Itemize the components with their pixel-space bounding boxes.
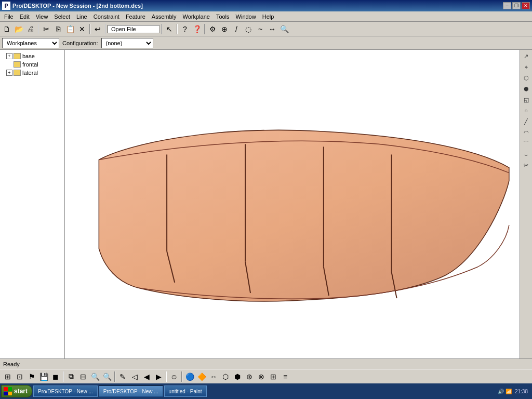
rt-rect-icon[interactable]: ◱ — [521, 95, 531, 105]
bt-zoom-out[interactable]: 🔍 — [101, 371, 113, 382]
line-button[interactable]: / — [231, 23, 242, 35]
bt-icon-15[interactable]: ↔ — [208, 371, 219, 382]
workplane-select[interactable]: Workplanes — [2, 38, 59, 48]
search-button[interactable]: 🔍 — [278, 23, 290, 35]
bt-icon-1[interactable]: ⊞ — [2, 371, 14, 382]
bt-icon-6[interactable]: ⧉ — [65, 371, 77, 382]
rt-arc-icon[interactable]: ◠ — [521, 127, 531, 138]
rt-curve-icon[interactable]: ⌣ — [521, 149, 531, 159]
menu-item-file[interactable]: File — [1, 13, 17, 20]
restore-button[interactable]: ❐ — [512, 2, 521, 9]
help-button[interactable]: ? — [179, 23, 191, 35]
bt-icon-11[interactable]: ▶ — [153, 371, 164, 382]
taskbar-btn-3-label: untitled - Paint — [169, 389, 202, 394]
rt-trim-icon[interactable]: ✂ — [521, 160, 531, 170]
bt-sep-3 — [166, 371, 167, 382]
bt-icon-16[interactable]: ⬡ — [220, 371, 231, 382]
tree-item-lateral[interactable]: +lateral — [0, 69, 64, 77]
new-button[interactable]: 🗋 — [1, 23, 12, 35]
config-select[interactable]: (none) — [101, 38, 153, 48]
bt-icon-3[interactable]: ⚑ — [26, 371, 37, 382]
copy-button[interactable]: ⎘ — [52, 23, 64, 35]
workplane-bar: Workplanes Configuration: (none) — [0, 36, 532, 50]
mode-button[interactable]: ⚙ — [207, 23, 218, 35]
toolbar: 🗋 📂 🖨 ✂ ⎘ 📋 ✕ ↩ Open File ↖ ? ❓ ⚙ ⊕ / ◌ … — [0, 22, 532, 36]
minimize-button[interactable]: – — [503, 2, 511, 9]
bt-icon-10[interactable]: ◀ — [141, 371, 152, 382]
taskbar-btn-3[interactable]: untitled - Paint — [164, 385, 207, 397]
taskbar-btn-1[interactable]: Pro/DESKTOP - New ... — [33, 385, 98, 397]
close-button[interactable]: ✕ — [522, 2, 530, 9]
right-toolbar: ↗ ⌖ ⬡ ⬢ ◱ ○ ╱ ◠ ⌒ ⌣ ✂ — [520, 50, 532, 358]
help2-button[interactable]: ❓ — [191, 23, 203, 35]
clock: 21:38 — [515, 389, 528, 394]
menu-item-constraint[interactable]: Constraint — [90, 13, 123, 20]
shape-container — [65, 50, 520, 358]
rt-line-icon[interactable]: ╱ — [521, 116, 531, 127]
bt-icon-12[interactable]: ☺ — [168, 371, 180, 382]
menu-item-workplane[interactable]: Workplane — [179, 13, 212, 20]
bt-icon-8[interactable]: ✎ — [117, 371, 128, 382]
arc-button[interactable]: ◌ — [243, 23, 254, 35]
select-button[interactable]: ↖ — [164, 23, 175, 35]
paste-button[interactable]: 📋 — [64, 23, 76, 35]
taskbar-btn-2-label: Pro/DESKTOP - New ... — [103, 389, 158, 394]
start-button[interactable]: start — [1, 385, 32, 397]
wing-body — [99, 130, 509, 301]
cut-button[interactable]: ✂ — [41, 23, 52, 35]
tree-toggle-base[interactable]: + — [6, 53, 12, 59]
open-button[interactable]: 📂 — [13, 23, 24, 35]
menu-item-edit[interactable]: Edit — [17, 13, 33, 20]
rt-select-icon[interactable]: ↗ — [521, 51, 531, 61]
status-text: Ready — [3, 361, 20, 367]
bt-icon-2[interactable]: ⊡ — [14, 371, 25, 382]
tree-item-base[interactable]: +base — [0, 52, 64, 60]
bt-icon-18[interactable]: ⊕ — [244, 371, 255, 382]
rt-pan-icon[interactable]: ⬢ — [521, 84, 531, 94]
menu-item-tools[interactable]: Tools — [213, 13, 233, 20]
bt-icon-9[interactable]: ◁ — [129, 371, 140, 382]
titlebar-left: P Pro/DESKTOP - New Session - [2nd botto… — [2, 2, 143, 10]
bottom-toolbar: ⊞ ⊡ ⚑ 💾 ◼ ⧉ ⊟ 🔍 🔍 ✎ ◁ ◀ ▶ ☺ 🔵 🔶 ↔ ⬡ ⬢ ⊕ … — [0, 369, 532, 383]
bt-zoom-in[interactable]: 🔍 — [89, 371, 101, 382]
config-label: Configuration: — [62, 40, 98, 46]
delete-button[interactable]: ✕ — [76, 23, 88, 35]
print-button[interactable]: 🖨 — [25, 23, 36, 35]
menu-item-help[interactable]: Help — [259, 13, 277, 20]
bt-icon-7[interactable]: ⊟ — [77, 371, 89, 382]
tree-label-base: base — [22, 53, 35, 59]
rt-spline-icon[interactable]: ⌒ — [521, 138, 531, 149]
bt-icon-20[interactable]: ⊞ — [268, 371, 279, 382]
bt-icon-19[interactable]: ⊗ — [256, 371, 267, 382]
tree-icon-lateral — [14, 70, 21, 76]
menu-item-line[interactable]: Line — [73, 13, 90, 20]
bt-icon-14[interactable]: 🔶 — [196, 371, 207, 382]
menu-item-view[interactable]: View — [33, 13, 51, 20]
bt-icon-5[interactable]: ◼ — [50, 371, 61, 382]
bt-icon-21[interactable]: ≡ — [280, 371, 291, 382]
toolbar-sep-5 — [177, 24, 178, 34]
tree-panel: +basefrontal+lateral — [0, 50, 65, 358]
menu-item-select[interactable]: Select — [51, 13, 73, 20]
menu-item-assembly[interactable]: Assembly — [149, 13, 180, 20]
menu-item-window[interactable]: Window — [233, 13, 259, 20]
tree-toggle-lateral[interactable]: + — [6, 70, 12, 76]
taskbar-btn-2[interactable]: Pro/DESKTOP - New ... — [99, 385, 163, 397]
toolbar-sep-1 — [38, 24, 39, 34]
taskbar: start Pro/DESKTOP - New ... Pro/DESKTOP … — [0, 383, 532, 399]
bt-icon-13[interactable]: 🔵 — [184, 371, 195, 382]
snap-button[interactable]: ⊕ — [219, 23, 230, 35]
menu-item-feature[interactable]: Feature — [123, 13, 149, 20]
open-file-field[interactable]: Open File — [108, 25, 159, 33]
sys-tray: 🔊 📶 21:38 — [495, 383, 531, 399]
dim-button[interactable]: ↔ — [267, 23, 278, 35]
bt-icon-17[interactable]: ⬢ — [232, 371, 243, 382]
rt-circle-icon[interactable]: ○ — [521, 105, 531, 116]
rt-rotate-icon[interactable]: ⌖ — [521, 62, 531, 72]
undo-button[interactable]: ↩ — [92, 23, 103, 35]
tree-item-frontal[interactable]: frontal — [0, 60, 64, 69]
rt-zoom-icon[interactable]: ⬡ — [521, 73, 531, 83]
viewport[interactable] — [65, 50, 520, 358]
bt-icon-4[interactable]: 💾 — [38, 371, 49, 382]
curve-button[interactable]: ~ — [255, 23, 266, 35]
